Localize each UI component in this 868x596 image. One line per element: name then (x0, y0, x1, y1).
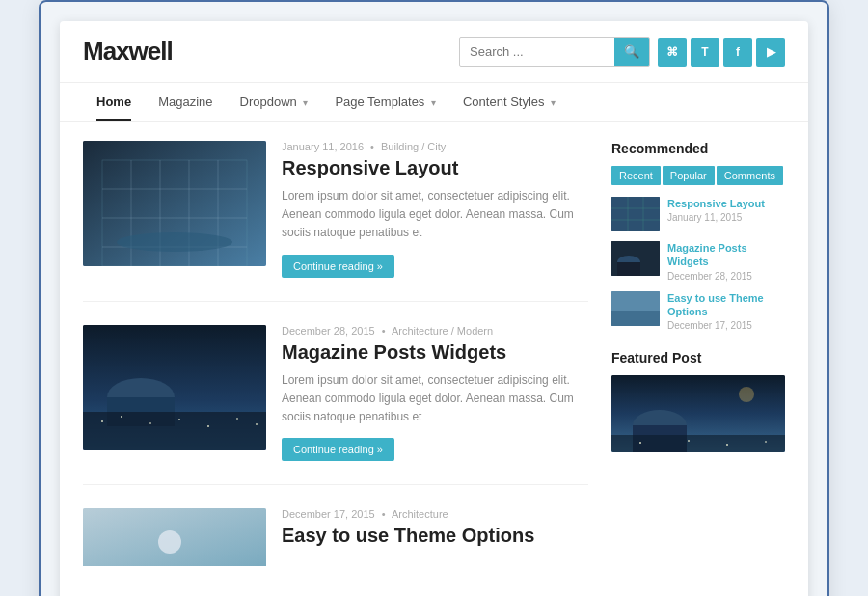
post-meta-1: January 11, 2016 • Building / City (282, 141, 588, 152)
rec-date-1: January 11, 2015 (667, 212, 765, 223)
nav-home[interactable]: Home (83, 83, 145, 121)
svg-point-19 (236, 418, 238, 420)
main-content: January 11, 2016 • Building / City Respo… (60, 122, 808, 596)
site-logo: Maxwell (83, 37, 173, 67)
nav-dropdown[interactable]: Dropdown ▾ (227, 83, 322, 121)
featured-title: Featured Post (611, 350, 785, 366)
youtube-icon[interactable]: ▶ (756, 38, 785, 67)
search-input[interactable] (460, 39, 614, 65)
header-right: 🔍 ⌘ T f ▶ (459, 37, 785, 67)
post-meta-3: December 17, 2015 • Architecture (282, 508, 534, 520)
svg-rect-23 (611, 197, 660, 231)
tab-recent[interactable]: Recent (611, 166, 661, 185)
tab-popular[interactable]: Popular (663, 166, 715, 185)
post-thumbnail-2 (83, 325, 266, 450)
post-meta-2: December 28, 2015 • Architecture / Moder… (282, 325, 588, 337)
svg-rect-13 (83, 412, 266, 450)
rec-info-2: Magazine Posts Widgets December 28, 2015 (667, 241, 785, 282)
post-thumbnail-3 (83, 508, 266, 596)
svg-point-40 (726, 444, 728, 446)
search-bar: 🔍 (459, 37, 650, 67)
post-content-1: January 11, 2016 • Building / City Respo… (282, 141, 588, 278)
posts-column: January 11, 2016 • Building / City Respo… (83, 141, 611, 596)
tab-comments[interactable]: Comments (717, 166, 783, 185)
twitter-icon[interactable]: T (691, 38, 719, 67)
rec-item-1: Responsive Layout January 11, 2015 (611, 197, 785, 231)
post-card-1: January 11, 2016 • Building / City Respo… (83, 141, 588, 302)
rec-info-3: Easy to use Theme Options December 17, 2… (667, 291, 785, 332)
outer-frame: Maxwell 🔍 ⌘ T f ▶ Home Magazine Dropdown… (39, 0, 829, 596)
post-content-3: December 17, 2015 • Architecture Easy to… (282, 508, 534, 596)
post-thumbnail-1 (83, 141, 266, 266)
social-icons: ⌘ T f ▶ (658, 38, 785, 67)
svg-rect-30 (617, 262, 640, 276)
svg-point-9 (117, 232, 232, 252)
browser-window: Maxwell 🔍 ⌘ T f ▶ Home Magazine Dropdown… (60, 21, 808, 596)
svg-point-39 (688, 440, 690, 442)
read-more-btn-1[interactable]: Continue reading » (282, 255, 394, 278)
svg-point-18 (207, 425, 209, 427)
svg-point-14 (101, 420, 103, 422)
post-title-3: Easy to use Theme Options (282, 524, 534, 547)
svg-rect-37 (611, 435, 785, 452)
svg-point-38 (639, 442, 641, 444)
post-content-2: December 28, 2015 • Architecture / Moder… (282, 325, 588, 462)
rss-icon[interactable]: ⌘ (658, 38, 687, 67)
rec-title-1[interactable]: Responsive Layout (667, 197, 765, 210)
post-title-2: Magazine Posts Widgets (282, 340, 588, 364)
rec-info-1: Responsive Layout January 11, 2015 (667, 197, 765, 223)
svg-point-36 (739, 387, 754, 402)
recommended-section: Recommended Recent Popular Comments (611, 141, 785, 331)
svg-point-22 (158, 530, 181, 554)
rec-date-2: December 28, 2015 (667, 271, 785, 282)
rec-title-3[interactable]: Easy to use Theme Options (667, 291, 785, 319)
nav-page-templates[interactable]: Page Templates ▾ (321, 83, 449, 121)
svg-rect-32 (611, 311, 660, 326)
search-button[interactable]: 🔍 (614, 38, 649, 66)
site-nav: Home Magazine Dropdown ▾ Page Templates … (60, 83, 808, 122)
svg-point-41 (765, 441, 767, 443)
sidebar-column: Recommended Recent Popular Comments (611, 141, 785, 596)
recommended-tabs: Recent Popular Comments (611, 166, 785, 185)
svg-point-16 (149, 422, 151, 424)
rec-item-3: Easy to use Theme Options December 17, 2… (611, 291, 785, 332)
post-title-1: Responsive Layout (282, 156, 588, 179)
facebook-icon[interactable]: f (723, 38, 752, 67)
svg-point-20 (256, 423, 258, 425)
nav-magazine[interactable]: Magazine (145, 83, 226, 121)
rec-date-3: December 17, 2015 (667, 320, 785, 331)
featured-section: Featured Post (611, 350, 785, 456)
rec-item-2: Magazine Posts Widgets December 28, 2015 (611, 241, 785, 282)
post-card-2: December 28, 2015 • Architecture / Moder… (83, 325, 588, 486)
featured-image (611, 375, 785, 452)
post-excerpt-2: Lorem ipsum dolor sit amet, consectetuer… (282, 371, 588, 427)
svg-point-15 (121, 416, 122, 418)
post-excerpt-1: Lorem ipsum dolor sit amet, consectetuer… (282, 187, 588, 243)
post-card-3: December 17, 2015 • Architecture Easy to… (83, 508, 588, 596)
site-header: Maxwell 🔍 ⌘ T f ▶ (60, 21, 808, 83)
recommended-title: Recommended (611, 141, 785, 156)
svg-point-17 (178, 419, 180, 420)
read-more-btn-2[interactable]: Continue reading » (282, 438, 394, 461)
nav-content-styles[interactable]: Content Styles ▾ (449, 83, 569, 121)
rec-title-2[interactable]: Magazine Posts Widgets (667, 241, 785, 269)
